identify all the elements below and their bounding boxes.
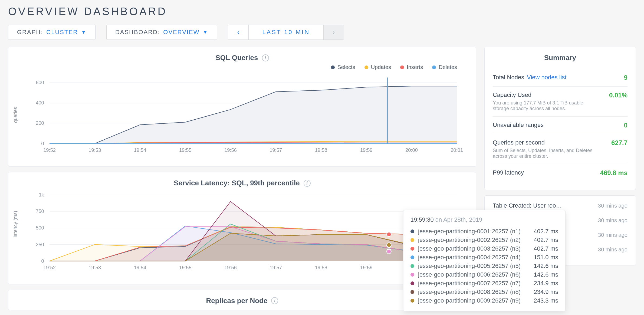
svg-text:19:53: 19:53 (88, 147, 101, 153)
sql-queries-ylabel: queries (13, 107, 18, 123)
svg-point-38 (387, 243, 391, 247)
tooltip-row: jesse-geo-partitioning-0006:26257 (n6)14… (410, 270, 558, 279)
tooltip-row: jesse-geo-partitioning-0008:26257 (n8)23… (410, 288, 558, 296)
series-dot-icon (410, 229, 414, 233)
event-time: 30 mins ago (598, 203, 627, 209)
svg-text:1k: 1k (39, 192, 44, 198)
summary-row: P99 latency469.8 ms (493, 164, 627, 182)
svg-text:19:55: 19:55 (179, 147, 192, 153)
tooltip-time: 19:59:30 (410, 216, 434, 223)
series-dot-icon (410, 255, 414, 259)
controls-row: GRAPH: CLUSTER ▼ DASHBOARD: OVERVIEW ▼ ‹… (8, 25, 636, 40)
tooltip-series-name: jesse-geo-partitioning-0007:26257 (n7) (418, 280, 522, 287)
tooltip-row: jesse-geo-partitioning-0009:26257 (n9)24… (410, 296, 558, 305)
page-title: OVERVIEW DASHBOARD (8, 5, 636, 18)
info-icon[interactable]: i (304, 180, 311, 187)
tooltip-series-name: jesse-geo-partitioning-0005:26257 (n5) (418, 262, 522, 270)
tooltip-series-value: 243.3 ms (526, 297, 558, 304)
graph-dropdown-value: CLUSTER (46, 29, 78, 36)
svg-text:250: 250 (36, 242, 44, 247)
summary-sublabel: Sum of Selects, Updates, Inserts, and De… (493, 148, 596, 159)
summary-row: Unavailable ranges0 (493, 116, 627, 134)
summary-card: Summary Total NodesView nodes list9Capac… (484, 47, 636, 190)
summary-value: 0.01% (609, 91, 627, 99)
legend-dot-icon (364, 65, 368, 69)
legend-item[interactable]: Inserts (400, 64, 423, 70)
svg-text:19:57: 19:57 (270, 147, 282, 153)
legend-item[interactable]: Selects (331, 64, 355, 70)
sql-queries-legend: SelectsUpdatesInsertsDeletes (17, 64, 457, 70)
summary-value: 0 (624, 122, 627, 129)
summary-value: 627.7 (611, 139, 627, 147)
latency-tooltip: 19:59:30 on Apr 28th, 2019 jesse-geo-par… (403, 210, 566, 311)
summary-value: 469.8 ms (600, 169, 627, 177)
series-dot-icon (410, 299, 414, 303)
sql-queries-title: SQL Queries (215, 54, 258, 62)
tooltip-series-name: jesse-geo-partitioning-0001:26257 (n1) (418, 228, 522, 235)
info-icon[interactable]: i (262, 54, 269, 61)
graph-dropdown[interactable]: GRAPH: CLUSTER ▼ (8, 25, 96, 40)
time-prev-button[interactable]: ‹ (228, 25, 249, 40)
svg-text:0: 0 (41, 258, 44, 264)
svg-point-35 (387, 250, 391, 254)
svg-text:20:01: 20:01 (451, 147, 463, 153)
tooltip-series-value: 234.9 ms (526, 288, 558, 296)
svg-text:19:58: 19:58 (315, 265, 327, 270)
summary-link[interactable]: View nodes list (527, 74, 566, 81)
tooltip-row: jesse-geo-partitioning-0005:26257 (n5)14… (410, 262, 558, 270)
event-time: 30 mins ago (598, 217, 627, 224)
tooltip-series-value: 142.6 ms (526, 271, 558, 278)
svg-text:19:58: 19:58 (315, 147, 327, 153)
event-time: 30 mins ago (598, 247, 627, 253)
caret-down-icon: ▼ (81, 29, 87, 35)
svg-text:500: 500 (36, 225, 44, 231)
tooltip-series-value: 402.7 ms (526, 237, 558, 244)
tooltip-row: jesse-geo-partitioning-0002:26257 (n2)40… (410, 236, 558, 244)
latency-chart[interactable]: 02505007501k 19:5219:5319:5419:5519:5619… (17, 189, 468, 275)
latency-ylabel: latency (ms) (13, 211, 18, 237)
time-nav: ‹ LAST 10 MIN › (228, 25, 344, 40)
series-dot-icon (410, 290, 414, 294)
summary-title: Summary (493, 54, 627, 62)
time-range-button[interactable]: LAST 10 MIN (249, 25, 323, 40)
series-dot-icon (410, 273, 414, 277)
svg-text:19:53: 19:53 (88, 265, 101, 270)
sql-queries-chart[interactable]: 0200400600 19:5219:5319:5419:5519:5619:5… (17, 72, 468, 157)
svg-text:19:52: 19:52 (43, 265, 56, 270)
svg-text:19:54: 19:54 (134, 265, 146, 270)
dashboard-dropdown[interactable]: DASHBOARD: OVERVIEW ▼ (106, 25, 217, 40)
svg-text:19:59: 19:59 (360, 147, 373, 153)
legend-dot-icon (432, 65, 436, 69)
summary-value: 9 (624, 74, 627, 81)
svg-text:200: 200 (36, 120, 44, 126)
tooltip-series-name: jesse-geo-partitioning-0002:26257 (n2) (418, 237, 522, 244)
legend-item[interactable]: Deletes (432, 64, 457, 70)
summary-label: Capacity Used (493, 91, 596, 99)
tooltip-series-value: 142.6 ms (526, 262, 558, 270)
svg-text:19:59: 19:59 (360, 265, 373, 270)
latency-chart-title: Service Latency: SQL, 99th percentile (174, 179, 300, 187)
svg-text:20:00: 20:00 (405, 147, 418, 153)
svg-text:19:54: 19:54 (134, 147, 146, 153)
event-time: 30 mins ago (598, 232, 627, 238)
info-icon[interactable]: i (271, 297, 278, 304)
tooltip-series-name: jesse-geo-partitioning-0006:26257 (n6) (418, 271, 522, 278)
tooltip-series-value: 402.7 ms (526, 228, 558, 235)
svg-text:19:55: 19:55 (179, 265, 192, 270)
series-dot-icon (410, 281, 414, 285)
time-next-button: › (323, 25, 344, 40)
svg-text:19:57: 19:57 (270, 265, 282, 270)
summary-label: Queries per second (493, 139, 596, 146)
legend-item[interactable]: Updates (364, 64, 391, 70)
tooltip-row: jesse-geo-partitioning-0004:26257 (n4)15… (410, 253, 558, 262)
svg-text:750: 750 (36, 209, 44, 214)
tooltip-series-value: 402.7 ms (526, 245, 558, 252)
series-dot-icon (410, 264, 414, 268)
tooltip-series-name: jesse-geo-partitioning-0004:26257 (n4) (418, 254, 522, 261)
caret-down-icon: ▼ (203, 29, 208, 35)
tooltip-series-name: jesse-geo-partitioning-0009:26257 (n9) (418, 297, 522, 304)
tooltip-row: jesse-geo-partitioning-0007:26257 (n7)23… (410, 279, 558, 288)
svg-text:19:56: 19:56 (224, 265, 237, 270)
tooltip-series-value: 151.0 ms (526, 254, 558, 261)
svg-text:400: 400 (36, 100, 44, 106)
